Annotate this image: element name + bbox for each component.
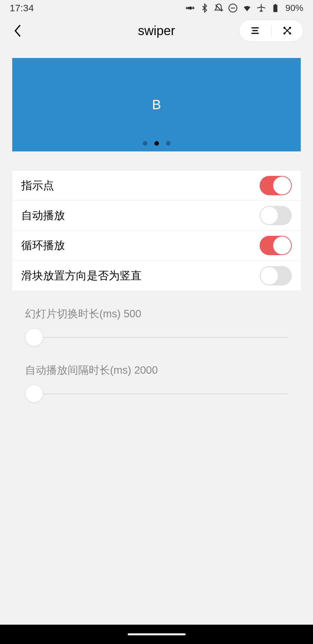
content-area: B 指示点 自动播放 循环播放 滑块放置方向是否为竖直 幻灯片切换时长(ms) …	[0, 45, 313, 403]
setting-label: 循环播放	[21, 238, 65, 253]
svg-rect-7	[274, 4, 276, 5]
notification-off-icon	[214, 3, 224, 13]
back-button[interactable]	[10, 23, 26, 39]
slider-block-duration: 幻灯片切换时长(ms) 500	[25, 307, 288, 347]
swiper-component[interactable]: B	[12, 58, 301, 151]
swiper-slide-content: B	[152, 97, 161, 112]
toggle-knob	[273, 177, 291, 195]
toggle-autoplay[interactable]	[260, 206, 292, 225]
slider-block-interval: 自动播放间隔时长(ms) 2000	[25, 363, 288, 403]
setting-row-vertical: 滑块放置方向是否为竖直	[12, 261, 301, 291]
chevron-left-icon	[13, 24, 23, 38]
battery-percent: 90%	[285, 3, 303, 13]
toggle-knob	[260, 267, 278, 285]
battery-icon	[271, 3, 280, 13]
swiper-dot-0[interactable]	[143, 141, 147, 146]
status-bar: 17:34 90%	[0, 0, 313, 16]
svg-rect-1	[189, 8, 194, 9]
bluetooth-icon	[200, 3, 209, 13]
capsule-close-button[interactable]	[272, 20, 303, 41]
setting-label: 滑块放置方向是否为竖直	[21, 268, 142, 283]
slider-thumb[interactable]	[25, 385, 43, 403]
swiper-dot-1[interactable]	[154, 141, 159, 146]
status-icons: 90%	[186, 3, 303, 13]
dnd-icon	[228, 3, 238, 13]
menu-icon	[250, 25, 261, 36]
slider-duration[interactable]	[25, 328, 288, 347]
wifi-icon	[242, 3, 252, 13]
toggle-knob	[260, 207, 278, 225]
slider-thumb[interactable]	[25, 328, 43, 346]
svg-rect-2	[193, 8, 194, 9]
setting-label: 自动播放	[21, 208, 65, 223]
slider-label: 幻灯片切换时长(ms) 500	[25, 307, 288, 321]
mini-program-capsule	[239, 20, 303, 42]
vpn-key-icon	[186, 3, 195, 13]
slider-label: 自动播放间隔时长(ms) 2000	[25, 363, 288, 378]
toggle-vertical[interactable]	[260, 266, 292, 285]
close-icon	[282, 26, 292, 35]
page-title: swiper	[138, 24, 175, 38]
airplane-icon	[256, 3, 266, 13]
nav-bar: swiper	[0, 16, 313, 45]
setting-row-indicator-dots: 指示点	[12, 171, 301, 201]
swiper-indicator-dots	[143, 141, 170, 146]
setting-row-circular: 循环播放	[12, 231, 301, 261]
home-indicator[interactable]	[128, 633, 186, 635]
slider-section: 幻灯片切换时长(ms) 500 自动播放间隔时长(ms) 2000	[12, 291, 301, 403]
slider-interval[interactable]	[25, 384, 288, 403]
toggle-knob	[273, 236, 291, 255]
toggle-circular[interactable]	[260, 236, 292, 255]
slider-line	[25, 337, 288, 338]
system-nav-bar	[0, 625, 313, 644]
setting-row-autoplay: 自动播放	[12, 201, 301, 231]
swiper-dot-2[interactable]	[166, 141, 170, 146]
capsule-menu-button[interactable]	[239, 20, 271, 41]
status-time: 17:34	[10, 3, 34, 14]
svg-rect-6	[273, 5, 278, 12]
setting-label: 指示点	[21, 178, 54, 193]
slider-line	[25, 393, 288, 394]
toggle-indicator-dots[interactable]	[260, 176, 292, 195]
settings-card: 指示点 自动播放 循环播放 滑块放置方向是否为竖直	[12, 171, 301, 291]
